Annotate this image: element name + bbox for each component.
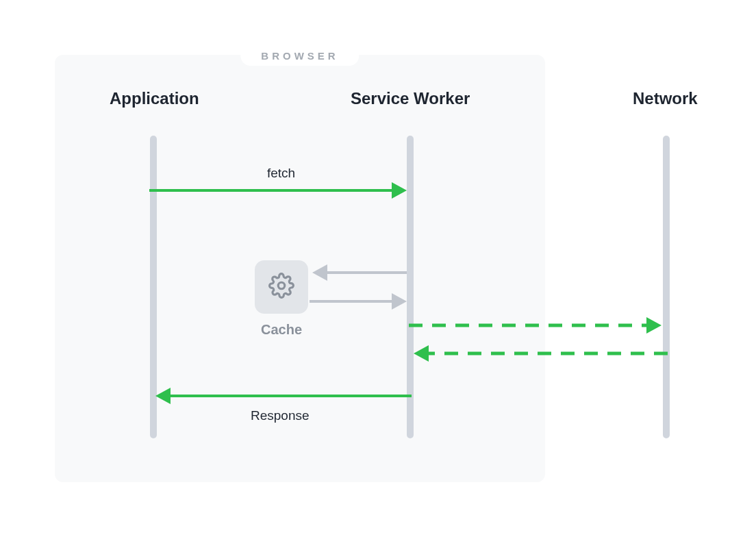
actor-service-worker-title: Service Worker <box>351 89 470 108</box>
lifeline-network <box>663 136 670 438</box>
lifeline-service-worker <box>407 136 414 438</box>
actor-application-title: Application <box>110 89 199 108</box>
svg-point-0 <box>278 282 285 289</box>
cache-box <box>255 260 308 314</box>
browser-label: BROWSER <box>240 46 359 66</box>
message-response-label: Response <box>251 408 310 423</box>
gear-icon <box>268 273 294 301</box>
cache-label: Cache <box>261 322 302 338</box>
lifeline-application <box>150 136 157 438</box>
actor-network-title: Network <box>633 89 698 108</box>
message-fetch-label: fetch <box>267 166 295 181</box>
